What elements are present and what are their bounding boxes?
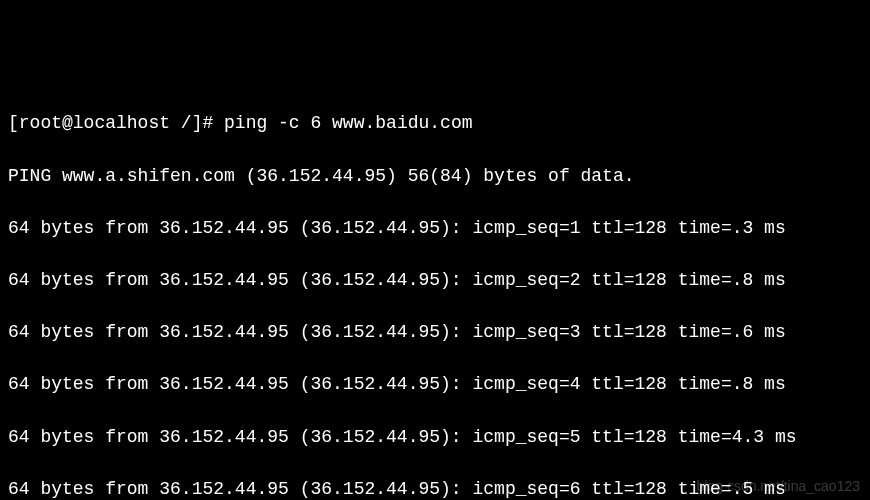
prompt-line-1[interactable]: [root@localhost /]# ping -c 6 www.baidu.… <box>8 110 862 136</box>
ping-reply: 64 bytes from 36.152.44.95 (36.152.44.95… <box>8 215 862 241</box>
shell-prompt: [root@localhost /]# <box>8 113 224 133</box>
ping-header: PING www.a.shifen.com (36.152.44.95) 56(… <box>8 163 862 189</box>
ping-reply: 64 bytes from 36.152.44.95 (36.152.44.95… <box>8 319 862 345</box>
ping-reply: 64 bytes from 36.152.44.95 (36.152.44.95… <box>8 424 862 450</box>
ping-reply: 64 bytes from 36.152.44.95 (36.152.44.95… <box>8 371 862 397</box>
ping-reply: 64 bytes from 36.152.44.95 (36.152.44.95… <box>8 267 862 293</box>
typed-command: ping -c 6 www.baidu.com <box>224 113 472 133</box>
watermark-text: blog.csdn.net/tina_cao123 <box>697 476 860 496</box>
